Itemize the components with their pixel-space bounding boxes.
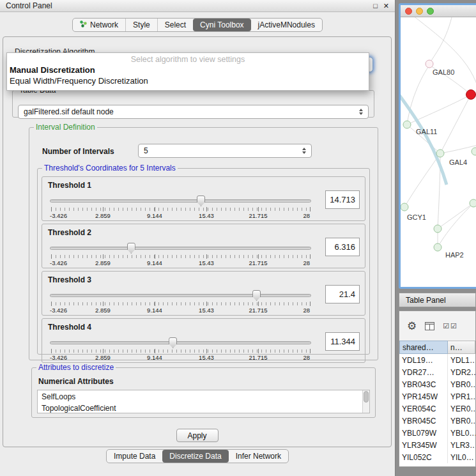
interval-definition-legend: Interval Definition — [34, 123, 97, 132]
tab-discretize-data[interactable]: Discretize Data — [162, 450, 228, 463]
close-panel-icon[interactable]: ✕ — [383, 2, 389, 10]
attributes-items: SelfLoopsTopologicalCoefficientBetweenne… — [38, 390, 369, 413]
network-node-label: GAL4 — [449, 158, 467, 166]
minimize-traffic-light-icon[interactable] — [416, 8, 423, 15]
dropdown-option-manual-discretization[interactable]: Manual Discretization — [7, 65, 369, 75]
checkbox-icons[interactable]: ☑☑ — [443, 322, 458, 330]
zoom-traffic-light-icon[interactable] — [427, 8, 434, 15]
network-node[interactable] — [426, 60, 433, 68]
network-node[interactable] — [466, 90, 476, 100]
slider-thumb[interactable] — [169, 337, 177, 348]
table-row[interactable]: YPR145WYPR1… — [399, 390, 475, 403]
table-cell: YBL079W — [399, 427, 448, 439]
threshold-slider[interactable]: -3.4262.8599.14415.4321.71528 — [50, 242, 311, 266]
slider-track[interactable] — [50, 341, 311, 344]
tick-label: 15.43 — [199, 354, 214, 361]
slider-thumb[interactable] — [252, 290, 261, 301]
slider-track[interactable] — [50, 199, 311, 203]
table-cell: YIL052C — [399, 451, 448, 463]
tick-label: 28 — [303, 259, 310, 266]
tick-label: 2.859 — [95, 259, 111, 266]
network-view-window: GAL80GAL11GAL4GCY1HAP2 — [399, 3, 476, 289]
network-node[interactable] — [401, 203, 408, 211]
threshold-slider[interactable]: -3.4262.8599.14415.4321.71528 — [50, 289, 311, 314]
slider-track[interactable] — [50, 294, 311, 297]
network-node[interactable] — [472, 148, 476, 155]
tab-label: Infer Network — [236, 452, 281, 461]
table-row[interactable]: YDR27…YDR2… — [399, 366, 475, 378]
table-row[interactable]: YBR045CYBR0… — [399, 415, 475, 427]
table-row[interactable]: YLR345WYLR3… — [399, 439, 475, 451]
tab-label: Cyni Toolbox — [200, 20, 243, 29]
tab-select[interactable]: Select — [157, 19, 193, 31]
tick-label: 2.859 — [95, 212, 111, 219]
tick-label: 15.43 — [199, 259, 214, 266]
table-row[interactable]: YBR043CYBR0… — [399, 378, 475, 390]
network-window-titlebar[interactable] — [401, 5, 476, 17]
column-header-name[interactable]: n… — [448, 341, 475, 354]
network-node[interactable] — [434, 225, 441, 233]
tab-style[interactable]: Style — [125, 19, 157, 31]
slider-thumb[interactable] — [197, 196, 205, 206]
close-traffic-light-icon[interactable] — [405, 8, 412, 15]
table-panel-header[interactable]: Table Panel — [399, 293, 476, 307]
dropdown-placeholder: Select algorithm to view settings — [7, 55, 369, 65]
table-cell: YER054C — [399, 403, 448, 415]
tab-label: Select — [165, 20, 186, 29]
slider-thumb[interactable] — [127, 243, 135, 254]
table-row[interactable]: YIL052CYIL0… — [399, 451, 475, 463]
network-node[interactable] — [434, 243, 441, 251]
table-row[interactable]: YER054CYER0… — [399, 403, 475, 415]
table-cell: YBR043C — [399, 378, 448, 390]
columns-icon[interactable] — [425, 322, 434, 330]
gear-icon[interactable]: ⚙ — [407, 319, 417, 333]
apply-button[interactable]: Apply — [176, 429, 219, 442]
threshold-value-field[interactable]: 6.316 — [325, 238, 360, 256]
threshold-label: Threshold 4 — [48, 323, 91, 332]
threshold-value-field[interactable]: 11.344 — [325, 332, 360, 351]
tab-infer-network[interactable]: Infer Network — [229, 450, 288, 463]
network-node[interactable] — [436, 150, 444, 157]
tick-label: 28 — [303, 212, 310, 219]
number-of-intervals-select[interactable]: 5 — [138, 144, 312, 158]
table-data-select[interactable]: galFiltered.sif default node — [18, 105, 369, 119]
combo-arrows-icon — [356, 109, 365, 115]
threshold-slider[interactable]: -3.4262.8599.14415.4321.71528 — [50, 195, 311, 219]
attribute-list-item[interactable]: SelfLoops — [38, 391, 369, 403]
column-header-shared-name[interactable]: shared… — [399, 341, 448, 354]
network-edges — [401, 17, 476, 247]
table-cell: YDR27… — [399, 366, 448, 378]
threshold-slider[interactable]: -3.4262.8599.14415.4321.71528 — [50, 337, 311, 361]
scrollbar-thumb[interactable] — [364, 391, 369, 403]
tab-cyni-toolbox[interactable]: Cyni Toolbox — [193, 19, 250, 31]
table-row[interactable]: YBL079WYBL0… — [399, 427, 475, 439]
network-node[interactable] — [470, 199, 476, 207]
attribute-list-item[interactable]: TopologicalCoefficient — [38, 403, 369, 413]
dropdown-option-equal-width-frequency[interactable]: Equal Width/Frequency Discretization — [7, 75, 369, 86]
combo-arrows-icon — [299, 148, 309, 154]
algorithm-dropdown: Select algorithm to view settings Manual… — [6, 52, 369, 91]
slider-track[interactable] — [50, 247, 311, 250]
tab-jactivemnodules[interactable]: jActiveMNodules — [251, 19, 322, 31]
slider-tick-labels: -3.4262.8599.14415.4321.71528 — [51, 307, 310, 314]
network-node[interactable] — [403, 121, 411, 128]
attributes-scrollbar[interactable] — [362, 390, 369, 413]
tick-label: -3.426 — [50, 307, 67, 314]
table-cell: YDL1… — [448, 356, 475, 365]
threshold-value-field[interactable]: 21.4 — [325, 285, 360, 303]
table-data-value: galFiltered.sif default node — [19, 107, 356, 116]
tab-network[interactable]: Network — [73, 19, 125, 31]
window-buttons: □ ✕ — [373, 2, 389, 10]
table-row[interactable]: YDL19…YDL1… — [399, 354, 475, 366]
tab-impute-data[interactable]: Impute Data — [107, 450, 162, 463]
threshold-label: Threshold 3 — [48, 275, 91, 284]
tick-label: 9.144 — [147, 212, 162, 219]
threshold-value-field[interactable]: 14.713 — [325, 190, 360, 209]
number-of-intervals-label: Number of Intervals — [42, 147, 114, 156]
network-canvas[interactable]: GAL80GAL11GAL4GCY1HAP2 — [401, 17, 476, 287]
tick-label: -3.426 — [50, 354, 67, 361]
table-body: YDL19…YDL1…YDR27…YDR2…YBR043CYBR0…YPR145… — [399, 354, 475, 466]
slider-ticks — [51, 349, 310, 353]
float-window-icon[interactable]: □ — [373, 2, 378, 10]
threshold-panel-4: Threshold 4-3.4262.8599.14415.4321.71528… — [42, 318, 365, 363]
